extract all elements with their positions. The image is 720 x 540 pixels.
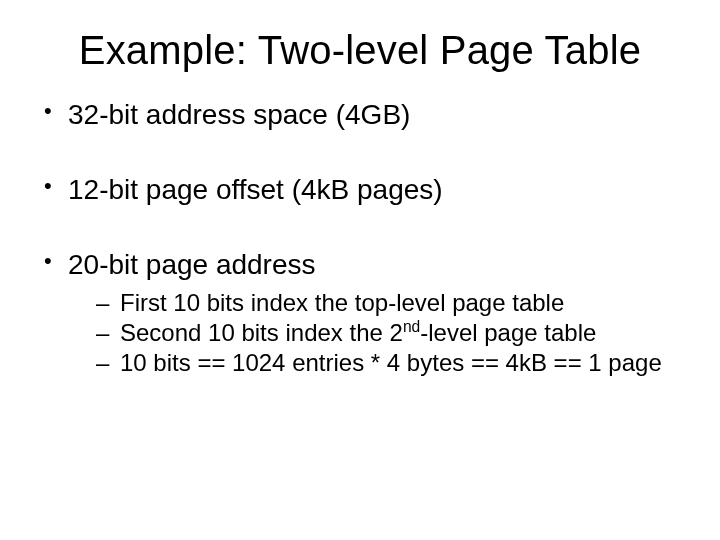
sub-bullet-text-pre: Second 10 bits index the 2 <box>120 319 403 346</box>
sub-bullet-first-10-bits: First 10 bits index the top-level page t… <box>96 288 680 318</box>
sub-bullet-10-bits-calc: 10 bits == 1024 entries * 4 bytes == 4kB… <box>96 348 680 378</box>
bullet-text: 32-bit address space (4GB) <box>68 99 410 130</box>
bullet-text: 20-bit page address <box>68 249 316 280</box>
bullet-item-address-space: 32-bit address space (4GB) <box>40 97 680 132</box>
bullet-item-page-address: 20-bit page address First 10 bits index … <box>40 247 680 378</box>
slide: Example: Two-level Page Table 32-bit add… <box>0 0 720 540</box>
sub-bullet-second-10-bits: Second 10 bits index the 2nd-level page … <box>96 318 680 348</box>
sub-bullet-text: 10 bits == 1024 entries * 4 bytes == 4kB… <box>120 349 662 376</box>
sub-bullet-text-post: -level page table <box>420 319 596 346</box>
sub-bullet-list: First 10 bits index the top-level page t… <box>68 288 680 378</box>
bullet-text: 12-bit page offset (4kB pages) <box>68 174 443 205</box>
sub-bullet-text: First 10 bits index the top-level page t… <box>120 289 564 316</box>
superscript-nd: nd <box>403 318 420 335</box>
slide-title: Example: Two-level Page Table <box>40 28 680 73</box>
bullet-list: 32-bit address space (4GB) 12-bit page o… <box>40 97 680 378</box>
bullet-item-page-offset: 12-bit page offset (4kB pages) <box>40 172 680 207</box>
